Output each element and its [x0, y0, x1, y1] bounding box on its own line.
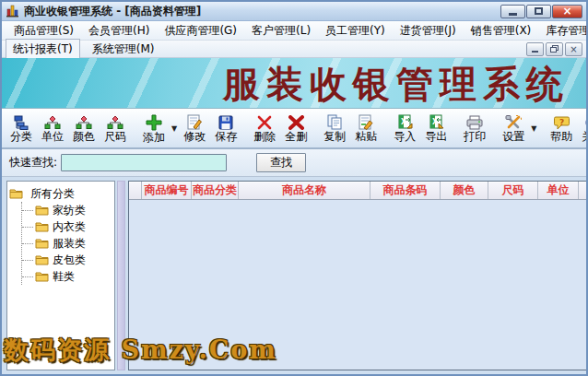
save-icon: [218, 114, 233, 130]
tree-scrollbar[interactable]: [117, 181, 125, 370]
size-button[interactable]: 尺码: [100, 111, 131, 146]
add-icon: [146, 114, 162, 131]
grid-body-empty[interactable]: [129, 200, 586, 370]
close-module-button-label: 关闭: [582, 130, 588, 143]
column-header-product-id[interactable]: 商品编号: [142, 182, 192, 199]
product-grid: 商品编号 商品分类 商品名称 商品条码 颜色 尺码 单位 成本价: [128, 181, 586, 370]
paste-button[interactable]: 粘贴: [350, 111, 382, 146]
copy-button[interactable]: 复制: [319, 111, 350, 146]
add-button[interactable]: 添加: [138, 111, 170, 146]
window-title: 商业收银管理系统 - [商品资料管理]: [24, 4, 500, 19]
tree-item-label: 内衣类: [53, 219, 86, 235]
maximize-button[interactable]: [526, 5, 551, 18]
print-button-label: 打印: [464, 130, 486, 143]
delete-button[interactable]: 删除: [249, 111, 280, 146]
tree-item-clothing[interactable]: 服装类: [22, 235, 112, 252]
tree-item-textiles[interactable]: 家纺类: [22, 202, 112, 218]
search-button[interactable]: 查找: [256, 153, 306, 172]
category-tree-panel: 所有分类 家纺类 内衣类 服装类: [6, 181, 115, 370]
help-button-label: 帮助: [550, 130, 572, 143]
settings-button-label: 设置: [502, 130, 524, 143]
menu-item-suppliers[interactable]: 供应商管理(G): [158, 21, 243, 41]
column-header-unit[interactable]: 单位: [538, 182, 579, 199]
menu-item-reports[interactable]: 统计报表(T): [6, 39, 80, 60]
tree-item-bags[interactable]: 皮包类: [22, 252, 112, 268]
column-header-product-name[interactable]: 商品名称: [239, 182, 370, 199]
tree-item-underwear[interactable]: 内衣类: [22, 218, 112, 235]
delete-button-label: 删除: [253, 130, 276, 143]
menu-item-system[interactable]: 系统管理(M): [86, 40, 161, 59]
category-tree-icon: [14, 114, 29, 130]
banner: 服装收银管理系统: [2, 58, 586, 109]
delete-all-x-icon: [288, 114, 304, 130]
settings-dropdown-icon[interactable]: ▼: [531, 124, 536, 133]
color-button[interactable]: 颜色: [68, 111, 100, 146]
menu-bar: 商品管理(S) 会员管理(H) 供应商管理(G) 客户管理(L) 员工管理(Y)…: [2, 21, 586, 41]
settings-button[interactable]: 设置: [498, 111, 529, 146]
column-header-color[interactable]: 颜色: [441, 182, 488, 199]
category-button-label: 分类: [10, 130, 32, 143]
folder-icon: [35, 271, 49, 282]
tree-root-all-categories[interactable]: 所有分类: [9, 185, 112, 202]
printer-icon: [466, 114, 483, 130]
column-header-product-category[interactable]: 商品分类: [192, 182, 239, 199]
paste-icon: [359, 114, 373, 130]
menu-item-employees[interactable]: 员工管理(Y): [319, 21, 392, 41]
category-button[interactable]: 分类: [6, 111, 37, 146]
title-bar[interactable]: 商业收银管理系统 - [商品资料管理] ×: [2, 2, 586, 21]
tree-connector: [22, 227, 33, 228]
column-header-cost-price[interactable]: 成本价: [579, 182, 586, 199]
tree-item-shoes[interactable]: 鞋类: [22, 268, 112, 285]
print-button[interactable]: 打印: [459, 111, 490, 146]
menu-item-customers[interactable]: 客户管理(L): [245, 21, 317, 41]
folder-icon: [9, 188, 23, 199]
import-button[interactable]: X 导入: [389, 111, 420, 146]
tools-icon: [505, 114, 522, 130]
column-header-size[interactable]: 尺码: [488, 182, 538, 199]
tree-connector: [22, 243, 33, 244]
help-button[interactable]: ? 帮助: [546, 111, 577, 146]
menu-item-sales[interactable]: 销售管理(X): [465, 21, 538, 41]
banner-title: 服装收银管理系统: [2, 62, 570, 106]
tree-root-label: 所有分类: [30, 186, 75, 202]
menu-item-goods[interactable]: 商品管理(S): [7, 21, 80, 41]
grid-header-row: 商品编号 商品分类 商品名称 商品条码 颜色 尺码 单位 成本价: [129, 182, 586, 200]
modify-button[interactable]: 修改: [179, 111, 210, 146]
help-bubble-icon: ?: [554, 114, 570, 130]
folder-icon: [35, 221, 49, 232]
delete-all-button[interactable]: 全删: [280, 111, 312, 146]
color-button-label: 颜色: [73, 130, 95, 143]
menu-item-purchasing[interactable]: 进货管理(J): [394, 21, 463, 41]
quick-search-input[interactable]: [61, 154, 227, 171]
close-module-button[interactable]: 关闭: [577, 111, 588, 146]
folder-icon: [35, 238, 49, 249]
folder-icon: [35, 254, 49, 265]
export-button[interactable]: X 导出: [420, 111, 452, 146]
column-header-barcode[interactable]: 商品条码: [370, 182, 441, 199]
save-button-label: 保存: [215, 130, 237, 143]
svg-text:X: X: [401, 118, 407, 126]
size-button-label: 尺码: [104, 130, 126, 143]
close-button[interactable]: ×: [552, 5, 582, 18]
delete-all-button-label: 全删: [285, 130, 307, 143]
menu-item-inventory[interactable]: 库存管理(K): [539, 21, 588, 41]
menu-bar-2: 统计报表(T) 系统管理(M) ×: [2, 41, 586, 58]
mdi-close-button[interactable]: ×: [565, 42, 582, 56]
unit-button[interactable]: 单位: [37, 111, 68, 146]
copy-button-label: 复制: [323, 130, 346, 143]
color-tree-icon: [76, 114, 92, 130]
tree-item-label: 服装类: [53, 236, 86, 252]
quick-search-bar: 快速查找: 查找: [2, 149, 586, 177]
tree-connector: [22, 276, 33, 277]
minimize-button[interactable]: [500, 5, 525, 18]
mdi-restore-button[interactable]: [546, 42, 563, 56]
save-button[interactable]: 保存: [210, 111, 241, 146]
row-selector-column-header[interactable]: [129, 182, 142, 199]
menu-item-members[interactable]: 会员管理(H): [82, 21, 156, 41]
import-button-label: 导入: [394, 130, 416, 143]
main-content: 所有分类 家纺类 内衣类 服装类: [2, 177, 586, 374]
mdi-minimize-button[interactable]: [526, 42, 544, 56]
tree-connector: [22, 260, 33, 261]
add-dropdown-icon[interactable]: ▼: [171, 124, 177, 133]
paste-button-label: 粘贴: [355, 130, 377, 143]
